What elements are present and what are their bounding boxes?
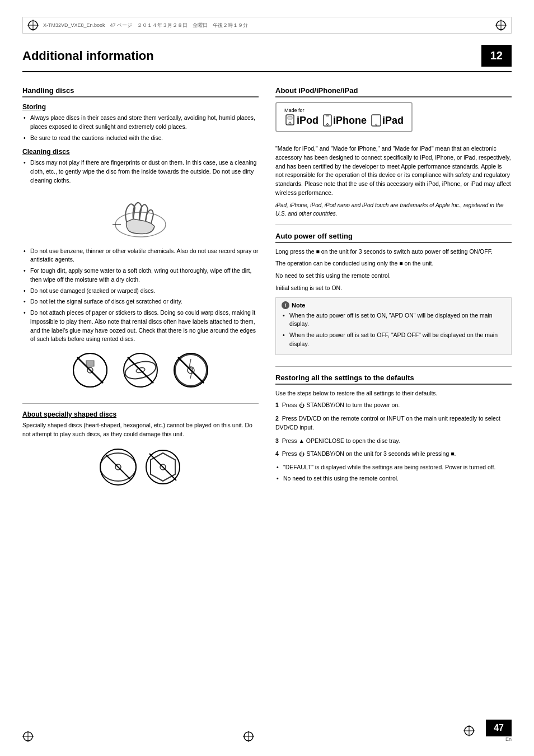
note-item-1: When the auto power off is set to ON, "A…: [282, 311, 505, 329]
cleaning-item-4: Do not let the signal surface of discs g…: [22, 297, 259, 306]
cleaning-item-3: Do not use damaged (cracked or warped) d…: [22, 287, 259, 296]
ipod-icon: [284, 114, 296, 127]
step-3: 3 Press ▲ OPEN/CLOSE to open the disc tr…: [275, 437, 512, 446]
step-3-text: Press ▲ OPEN/CLOSE to open the disc tray…: [282, 437, 400, 444]
cleaning-item-before-1: Discs may not play if there are fingerpr…: [22, 158, 259, 185]
svg-point-36: [376, 124, 377, 125]
svg-rect-31: [288, 116, 292, 119]
auto-power-desc-1: Long press the ■ on the unit for 3 secon…: [275, 248, 512, 256]
iphone-icon: [323, 114, 332, 127]
storing-item-1: Always place discs in their cases and st…: [22, 114, 259, 132]
step-4: 4 Press ⏻ STANDBY/ON on the unit for 3 s…: [275, 450, 512, 459]
footer-center: [243, 731, 254, 742]
step-1-num: 1: [275, 402, 279, 408]
svg-line-23: [106, 455, 130, 479]
specially-shaped-subtitle: About specially shaped discs: [22, 410, 259, 418]
ipod-trademark: iPad, iPhone, iPod, iPod nano and iPod t…: [275, 201, 512, 218]
ipod-description: "Made for iPod," and "Made for iPhone," …: [275, 144, 512, 198]
svg-rect-29: [286, 115, 294, 125]
cleaning-item-2: For tough dirt, apply some water to a so…: [22, 267, 259, 284]
svg-line-19: [178, 357, 204, 383]
note-title: i Note: [282, 301, 505, 309]
svg-point-33: [327, 124, 329, 125]
page-container: X-ŦM32VD_VXE8_En.book 47 ページ ２０１４年３月２８日 …: [0, 0, 534, 756]
chapter-badge: 12: [481, 45, 512, 67]
reg-mark-bottom-left: [22, 731, 34, 742]
about-ipod-title: About iPod/iPhone/iPad: [275, 86, 512, 97]
note-label: Note: [292, 302, 305, 309]
storing-list: Always place discs in their cases and st…: [22, 114, 259, 142]
auto-power-desc-2: The operation can be conducted using onl…: [275, 259, 512, 268]
cleaning-illustration: [104, 191, 177, 241]
specially-shaped-section: About specially shaped discs Specially s…: [22, 410, 259, 489]
reg-mark-right: [495, 20, 507, 31]
ipad-label: iPad: [382, 115, 404, 127]
storing-item-2: Be sure to read the cautions included wi…: [22, 134, 259, 143]
made-for-label: Made for: [284, 108, 404, 113]
svg-rect-10: [86, 361, 94, 366]
no-sticker-disc-icon: [71, 351, 110, 390]
step4-bullets: "DEFAULT" is displayed while the setting…: [275, 463, 512, 483]
note-list: When the auto power off is set to ON, "A…: [282, 311, 505, 349]
print-header-text: X-ŦM32VD_VXE8_En.book 47 ページ ２０１４年３月２８日 …: [43, 22, 248, 29]
warped-disc-icon: [121, 351, 160, 390]
step4-bullet-1: "DEFAULT" is displayed while the setting…: [275, 463, 512, 472]
svg-point-30: [289, 122, 291, 124]
auto-power-section: Auto power off setting Long press the ■ …: [275, 232, 512, 367]
step-2-num: 2: [275, 415, 279, 422]
auto-power-desc-4: Initial setting is set to ON.: [275, 284, 512, 293]
page-number-container: 47 En: [486, 720, 512, 742]
apple-badge-container: Made for iPod: [275, 102, 512, 138]
reg-mark-bottom-right: [463, 725, 475, 736]
reg-mark-bottom-center: [243, 731, 254, 742]
page-footer: 47 En: [22, 720, 512, 742]
disc-cleaning-image: [22, 191, 259, 241]
step-1-text: Press ⏻ STANDBY/ON to turn the power on.: [282, 402, 400, 408]
note-icon: i: [282, 301, 289, 309]
ipod-label: iPod: [297, 115, 318, 127]
restore-defaults-title: Restoring all the settings to the defaul…: [275, 374, 512, 385]
restore-intro: Use the steps below to restore the all s…: [275, 389, 512, 398]
footer-left: [22, 731, 34, 742]
ipod-device: iPod: [284, 114, 318, 127]
iphone-label: iPhone: [333, 115, 367, 127]
step-4-num: 4: [275, 450, 279, 457]
title-section: Additional information 12: [22, 45, 512, 72]
content-columns: Handling discs Storing Always place disc…: [22, 86, 512, 495]
storing-subtitle: Storing: [22, 103, 259, 111]
cleaning-item-1: Do not use benzene, thinner or other vol…: [22, 247, 259, 265]
shaped-disc-illustration: [96, 445, 185, 489]
ipad-device: iPad: [371, 114, 404, 127]
step-4-text: Press ⏻ STANDBY/ON on the unit for 3 sec…: [282, 450, 456, 457]
cleaning-list-after: Do not use benzene, thinner or other vol…: [22, 247, 259, 344]
svg-rect-32: [324, 115, 331, 126]
page-lang: En: [486, 736, 512, 742]
auto-power-title: Auto power off setting: [275, 232, 512, 243]
note-item-2: When the auto power off is set to OFF, "…: [282, 331, 505, 349]
handling-discs-section: Handling discs Storing Always place disc…: [22, 86, 259, 404]
note-box: i Note When the auto power off is set to…: [275, 297, 512, 355]
cleaning-subtitle: Cleaning discs: [22, 148, 259, 156]
apple-badge: Made for iPod: [275, 102, 413, 132]
cracked-disc-icon: [171, 351, 210, 390]
svg-rect-34: [326, 116, 329, 116]
handling-discs-title: Handling discs: [22, 86, 259, 97]
page-title: Additional information: [22, 45, 481, 67]
disc-warning-icons: [22, 351, 259, 390]
restore-defaults-section: Restoring all the settings to the defaul…: [275, 374, 512, 483]
step-1: 1 Press ⏻ STANDBY/ON to turn the power o…: [275, 401, 512, 410]
apple-badge-inner: Made for iPod: [284, 108, 404, 127]
print-header: X-ŦM32VD_VXE8_En.book 47 ページ ２０１４年３月２８日 …: [22, 17, 512, 34]
iphone-device: iPhone: [323, 114, 367, 127]
ipad-icon: [371, 114, 381, 127]
step-2-text: Press DVD/CD on the remote control or IN…: [275, 415, 500, 431]
cleaning-list-before: Discs may not play if there are fingerpr…: [22, 158, 259, 185]
step-3-num: 3: [275, 437, 279, 444]
reg-mark-left: [27, 20, 39, 31]
step4-bullet-2: No need to set this using the remote con…: [275, 474, 512, 483]
left-column: Handling discs Storing Always place disc…: [22, 86, 259, 495]
footer-right: 47 En: [463, 720, 512, 742]
specially-shaped-text: Specially shaped discs (heart-shaped, he…: [22, 421, 259, 439]
svg-rect-35: [372, 115, 381, 126]
step-2: 2 Press DVD/CD on the remote control or …: [275, 414, 512, 432]
